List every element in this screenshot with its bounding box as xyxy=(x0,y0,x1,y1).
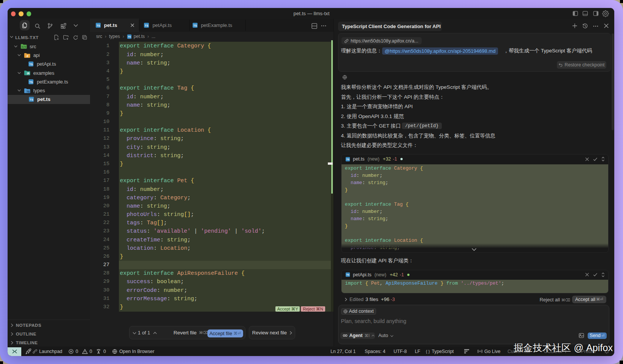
svg-text:TS: TS xyxy=(27,90,30,93)
svg-text:</>: </> xyxy=(22,46,26,49)
svg-text:TS: TS xyxy=(128,36,131,38)
svg-text:TS: TS xyxy=(346,274,349,276)
svg-text:TS: TS xyxy=(96,24,100,27)
svg-text:#: # xyxy=(27,54,28,58)
svg-text:TS: TS xyxy=(29,81,33,84)
svg-text:TS: TS xyxy=(30,98,33,101)
svg-text:TS: TS xyxy=(346,158,349,161)
svg-text:TS: TS xyxy=(145,24,149,27)
svg-text:TS: TS xyxy=(29,63,33,66)
svg-text:TS: TS xyxy=(193,24,197,27)
